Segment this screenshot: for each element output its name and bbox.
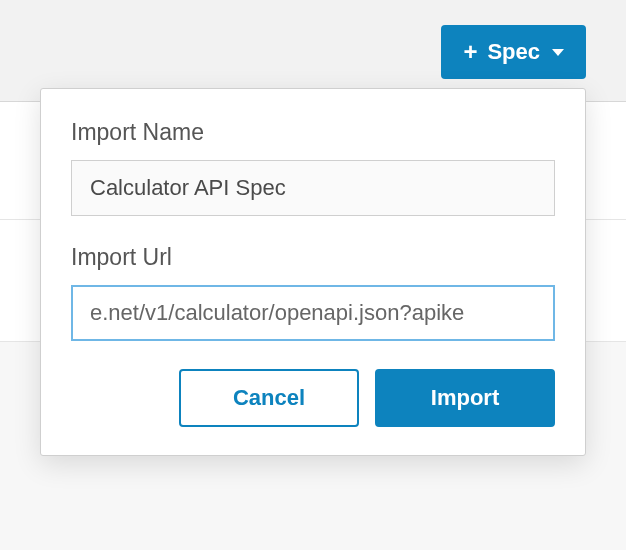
popover-button-row: Cancel Import: [71, 369, 555, 427]
import-url-group: Import Url: [71, 244, 555, 341]
add-spec-button-label: Spec: [487, 39, 540, 65]
import-spec-popover: Import Name Import Url Cancel Import: [40, 88, 586, 456]
add-spec-button[interactable]: + Spec: [441, 25, 586, 79]
import-url-label: Import Url: [71, 244, 555, 271]
plus-icon: +: [463, 40, 477, 64]
chevron-down-icon: [552, 49, 564, 56]
import-name-group: Import Name: [71, 119, 555, 216]
cancel-button[interactable]: Cancel: [179, 369, 359, 427]
import-name-label: Import Name: [71, 119, 555, 146]
import-url-input[interactable]: [71, 285, 555, 341]
import-name-input[interactable]: [71, 160, 555, 216]
import-button[interactable]: Import: [375, 369, 555, 427]
